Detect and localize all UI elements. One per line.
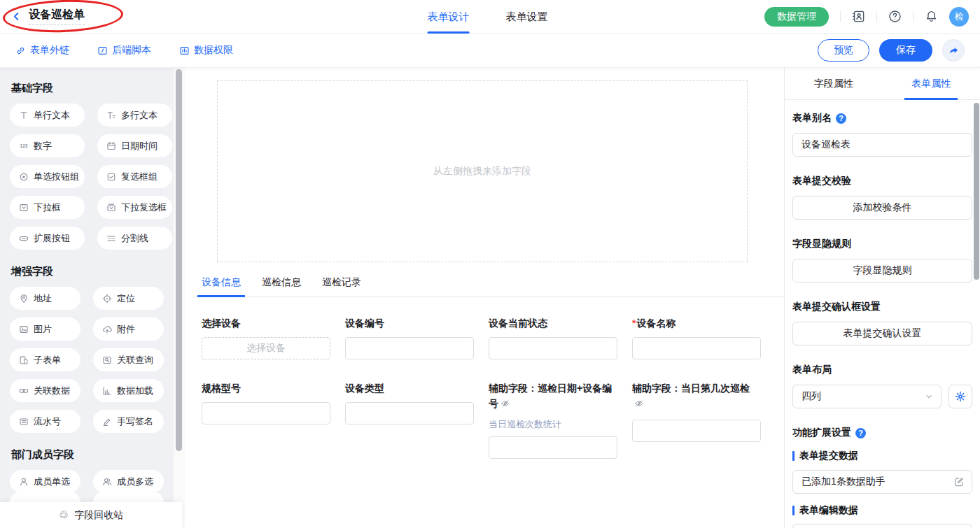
pin-icon [19,294,29,304]
form-alias-input[interactable]: 设备巡检表 [792,133,972,157]
field-device-type[interactable]: 设备类型 [345,380,474,424]
field-aux-daily-count[interactable]: 辅助字段：当日第几次巡检 [632,380,761,442]
palette-item-single-line-text[interactable]: 单行文本 [10,104,85,127]
form-layout-heading: 表单布局 [792,364,972,376]
accent-bar [792,451,794,461]
save-button[interactable]: 保存 [879,39,932,62]
canvas-scrollbar-thumb[interactable] [176,69,182,451]
palette-item-divider[interactable]: 分割线 [97,227,172,250]
add-validation-button[interactable]: 添加校验条件 [792,196,972,220]
recycle-icon: ♲ [59,510,69,521]
palette-item-member-single[interactable]: 成员单选 [10,470,80,493]
palette-item-dropdown-multi[interactable]: 下拉复选框 [97,196,172,219]
palette-item-subform[interactable]: 子表单 [10,348,80,371]
divider [876,11,877,22]
tab-inspection-record[interactable]: 巡检记录 [322,276,361,297]
edit-pencil-icon[interactable] [953,476,965,487]
tab-form-properties[interactable]: 表单属性 [883,68,980,99]
device-type-input[interactable] [345,402,474,424]
help-circle-icon[interactable]: ? [855,428,866,438]
image-icon [19,324,29,334]
body: 基础字段 单行文本 多行文本 数字 日期时间 单选按钮组 复选框组 下拉框 下拉… [0,68,980,528]
palette-item-radio-group[interactable]: 单选按钮组 [10,165,85,188]
device-name-input[interactable] [632,337,761,359]
enhanced-fields-grid: 地址 定位 图片 附件 子表单 关联查询 关联数据 数据加载 流水号 手写签名 [10,287,164,433]
eye-slash-icon[interactable] [500,399,510,408]
script-icon [97,45,108,56]
chain-icon [19,386,29,396]
field-spec-model[interactable]: 规格型号 [202,380,330,424]
bell-icon[interactable] [925,10,938,23]
back-button[interactable] [11,11,22,22]
device-number-input[interactable] [345,337,474,359]
panel-scrollbar-thumb[interactable] [974,103,979,280]
field-device-name[interactable]: *设备名称 [632,315,761,359]
palette-item-serial-number[interactable]: 流水号 [10,410,80,433]
field-recycle-bin[interactable]: ♲ 字段回收站 [0,502,182,528]
clipped-palette-row [10,492,164,502]
palette-item-attachment[interactable]: 附件 [93,317,164,341]
palette-item-image[interactable]: 图片 [10,317,80,341]
submit-data-value-box[interactable]: 已添加1条数据助手 [792,470,972,494]
form-external-link[interactable]: 表单外链 [15,44,69,57]
serial-icon [19,417,29,427]
accent-bar [792,506,794,515]
page-title[interactable]: 设备巡检单 [29,8,85,25]
palette-item-linked-data[interactable]: 关联数据 [10,379,80,402]
person-icon [19,477,29,487]
palette-item-linked-query[interactable]: 关联查询 [93,348,164,371]
tab-field-properties[interactable]: 字段属性 [785,68,883,99]
palette-item-extended-button[interactable]: 扩展按钮 [10,227,85,250]
select-device-input[interactable]: 选择设备 [202,337,330,359]
palette-item-signature[interactable]: 手写签名 [93,410,164,433]
device-status-input[interactable] [489,337,617,359]
palette-item-number[interactable]: 数字 [10,134,85,157]
avatar[interactable]: 检 [949,7,969,27]
palette-item-address[interactable]: 地址 [10,287,80,310]
help-icon[interactable] [888,10,902,23]
divider [840,11,841,22]
aux-date-number-input[interactable] [489,436,617,459]
palette-item-checkbox-group[interactable]: 复选框组 [97,165,172,188]
data-manage-button[interactable]: 数据管理 [764,7,829,27]
contact-book-icon[interactable] [852,10,865,23]
palette-item-member-multi[interactable]: 成员多选 [93,470,164,493]
canvas-scrollbar[interactable] [174,68,185,528]
tab-device-info[interactable]: 设备信息 [202,276,241,297]
submit-validation-heading: 表单提交校验 [792,175,972,187]
palette-item-location[interactable]: 定位 [93,287,164,310]
tab-inspection-info[interactable]: 巡检信息 [262,276,301,297]
field-label: 规格型号 [202,380,330,396]
preview-button[interactable]: 预览 [818,39,869,62]
layout-select[interactable]: 四列 [792,385,941,408]
field-select-device[interactable]: 选择设备 选择设备 [202,315,330,359]
field-device-number[interactable]: 设备编号 [345,315,474,359]
field-aux-date-number[interactable]: 辅助字段：巡检日期+设备编号 当日巡检次数统计 [489,380,617,459]
spec-model-input[interactable] [202,402,330,424]
aux-daily-count-input[interactable] [632,420,761,442]
field-label: 辅助字段：当日第几次巡检 [632,380,761,411]
chevron-down-icon [924,392,934,401]
palette-item-multi-line-text[interactable]: 多行文本 [97,104,172,127]
layout-settings-button[interactable] [948,385,972,408]
share-button[interactable] [942,39,965,62]
palette-item-data-load[interactable]: 数据加载 [93,379,164,402]
tab-form-settings[interactable]: 表单设置 [506,0,548,34]
help-circle-icon[interactable]: ? [836,113,846,124]
confirm-box-button[interactable]: 表单提交确认设置 [792,322,972,345]
properties-panel: 字段属性 表单属性 表单别名 ? 设备巡检表 表单提交校验 添加校验条件 字段显… [784,68,980,528]
palette-item-dropdown[interactable]: 下拉框 [10,196,85,219]
eye-slash-icon[interactable] [634,399,644,408]
data-permission-link[interactable]: 数据权限 [179,44,233,57]
visibility-rules-button[interactable]: 字段显隐规则 [792,259,972,283]
recycle-bin-label: 字段回收站 [74,509,123,522]
field-label: 选择设备 [202,315,330,331]
backend-script-link[interactable]: 后端脚本 [97,44,151,57]
palette-item-date-time[interactable]: 日期时间 [97,134,172,157]
field-device-status[interactable]: 设备当前状态 [489,315,617,359]
tab-form-design[interactable]: 表单设计 [428,0,470,34]
add-action-button[interactable]: 添加操作 [792,524,972,528]
properties-tabs: 字段属性 表单属性 [785,68,980,100]
dropzone[interactable]: 从左侧拖拽来添加字段 [217,80,748,262]
linked-query-icon [102,355,112,365]
